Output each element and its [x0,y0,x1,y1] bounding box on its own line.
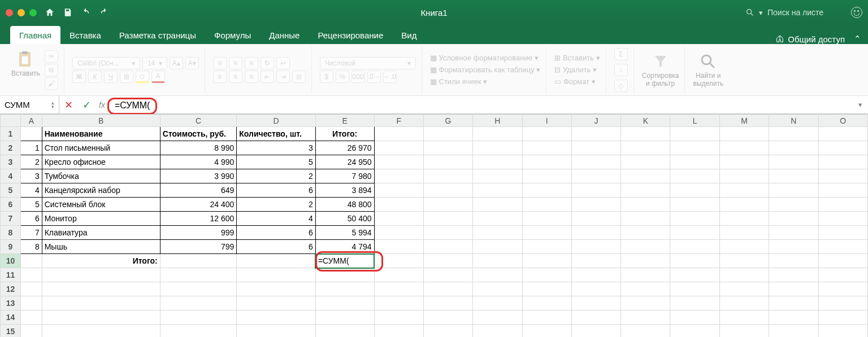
align-right-icon[interactable]: ≡ [245,71,258,83]
cell[interactable] [522,127,571,141]
maximize-icon[interactable] [29,9,37,16]
row-header[interactable]: 9 [1,240,21,254]
cell[interactable]: Стоимость, руб. [160,127,237,141]
close-icon[interactable] [6,9,13,16]
cell[interactable] [522,226,571,240]
tab-formulas[interactable]: Формулы [205,26,260,44]
cell[interactable] [423,212,472,226]
cell[interactable] [769,325,818,338]
cell[interactable] [160,310,237,325]
cell[interactable]: 3 [237,141,316,155]
cell[interactable] [315,268,374,282]
cell[interactable] [473,169,522,183]
cell[interactable] [670,325,719,338]
cell[interactable] [818,198,867,212]
row-header[interactable]: 14 [1,310,21,325]
cell[interactable] [719,325,769,338]
name-box-stepper[interactable]: ▴▾ [51,101,54,109]
cell[interactable] [42,268,160,282]
cell[interactable] [621,296,670,310]
cell[interactable] [719,296,769,310]
fill-color-button[interactable]: ◇ [136,71,149,83]
cell[interactable] [719,240,769,254]
cell[interactable] [571,325,620,338]
cell[interactable] [20,127,42,141]
redo-icon[interactable] [99,7,109,17]
paste-button[interactable]: Вставить [11,50,40,77]
cell[interactable] [670,155,719,169]
cell[interactable] [473,282,522,296]
col-header[interactable]: F [374,115,423,127]
col-header[interactable]: A [20,115,42,127]
cell[interactable] [818,183,867,198]
cell[interactable] [423,141,472,155]
cell[interactable]: 3 [20,169,42,183]
cell[interactable] [522,268,571,282]
cell[interactable] [160,325,237,338]
cell[interactable] [522,240,571,254]
cell[interactable] [719,127,769,141]
cell[interactable]: 6 [237,183,316,198]
name-box[interactable]: СУММ ▴▾ [0,96,59,113]
cell[interactable] [315,325,374,338]
cell[interactable] [20,310,42,325]
number-format-select[interactable]: Числовой▾ [320,57,416,69]
row-header[interactable]: 10 [1,254,21,268]
cell[interactable]: 1 [20,141,42,155]
cell[interactable]: Наименование [42,127,160,141]
cell[interactable] [473,141,522,155]
row-header[interactable]: 3 [1,155,21,169]
format-cells-button[interactable]: ▭ Формат ▾ [554,77,600,86]
share-button[interactable]: Общий доступ ⌃ [775,34,868,44]
cell[interactable] [571,127,620,141]
cell[interactable] [818,254,867,268]
cell[interactable] [522,169,571,183]
cell[interactable] [621,183,670,198]
tab-view[interactable]: Вид [392,26,426,44]
decrease-indent-icon[interactable]: ⇤ [261,71,274,83]
font-color-button[interactable]: A [151,71,165,83]
cancel-formula-icon[interactable]: ✕ [59,99,77,111]
cell[interactable] [473,296,522,310]
cell[interactable]: 5 [237,155,316,169]
cell[interactable]: 2 [237,198,316,212]
cell[interactable]: Клавиатура [42,226,160,240]
cell[interactable] [522,212,571,226]
save-icon[interactable] [63,7,73,17]
row-header[interactable]: 8 [1,226,21,240]
cell[interactable] [719,268,769,282]
cell[interactable] [769,183,818,198]
cell[interactable] [374,282,423,296]
cell[interactable] [818,282,867,296]
cell[interactable] [769,169,818,183]
cell[interactable] [473,268,522,282]
cell[interactable]: Количество, шт. [237,127,316,141]
cell[interactable] [374,296,423,310]
cell[interactable] [423,254,472,268]
cell[interactable] [818,212,867,226]
cell[interactable] [719,212,769,226]
cell[interactable] [670,282,719,296]
cell[interactable] [374,240,423,254]
cell[interactable] [522,183,571,198]
cell[interactable] [670,198,719,212]
col-header[interactable]: I [522,115,571,127]
cell[interactable] [670,183,719,198]
cell[interactable] [374,226,423,240]
col-header[interactable]: H [473,115,522,127]
cell[interactable] [423,325,472,338]
cell[interactable] [522,325,571,338]
cell[interactable] [670,310,719,325]
conditional-formatting-button[interactable]: ▦ Условное форматирование ▾ [430,54,540,62]
feedback-icon[interactable] [851,7,862,18]
cell[interactable] [522,155,571,169]
cell[interactable] [374,127,423,141]
tab-data[interactable]: Данные [260,26,309,44]
cell[interactable]: 4 [237,212,316,226]
cell[interactable] [315,296,374,310]
wrap-text-icon[interactable]: ↩ [276,57,290,69]
cell[interactable] [42,282,160,296]
cell[interactable]: 24 950 [315,155,374,169]
cell[interactable] [42,296,160,310]
cell[interactable] [818,127,867,141]
